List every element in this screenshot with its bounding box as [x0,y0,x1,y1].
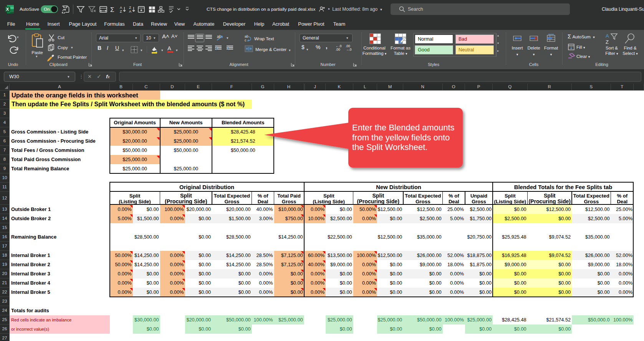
svg-text:Z: Z [129,6,131,10]
svg-text:A: A [129,10,131,13]
svg-text:Σ: Σ [110,6,114,13]
svg-text:Z: Z [120,10,122,13]
svg-text:c: c [245,38,247,42]
svg-text:ab: ab [245,35,248,38]
svg-text:A: A [606,33,609,39]
svg-text:Z: Z [606,39,609,44]
svg-text:X: X [6,7,9,12]
svg-text:A: A [120,6,122,10]
